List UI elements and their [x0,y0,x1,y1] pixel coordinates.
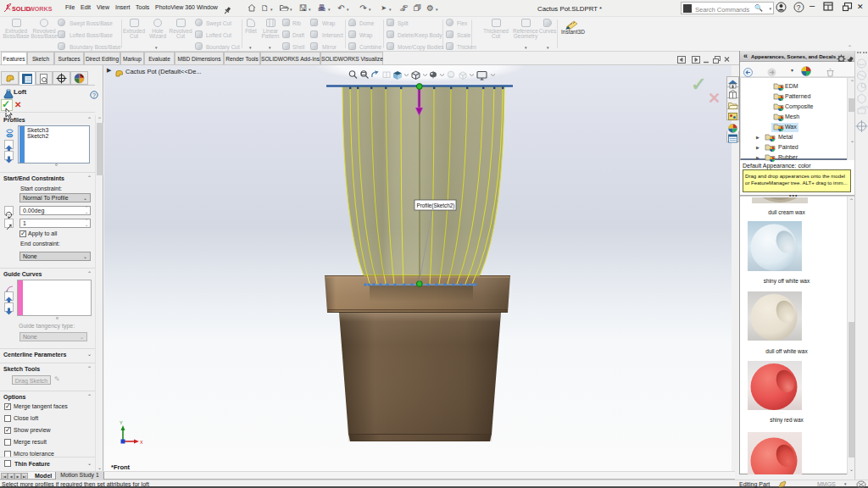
svg-text:?: ? [92,92,96,98]
svg-text:*Front: *Front [111,463,131,471]
svg-text:X: X [140,440,143,445]
svg-text:SOLID: SOLID [12,5,31,13]
svg-text:?: ? [797,3,801,12]
svg-text:Y: Y [120,420,123,425]
svg-text:WORKS: WORKS [29,5,53,13]
svg-text:Profile(Sketch2): Profile(Sketch2) [417,202,455,209]
